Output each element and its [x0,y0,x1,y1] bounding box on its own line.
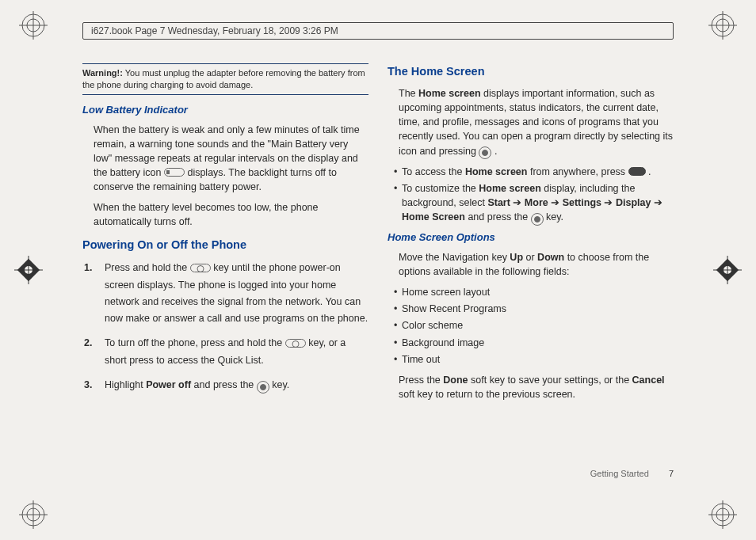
done-cancel: Press the Done soft key to save your set… [399,373,674,401]
reg-mark-circle [708,500,737,529]
reg-mark-circle [19,11,48,40]
step-number: 1. [84,260,92,276]
reg-mark-diamond [14,256,43,284]
heading-home: The Home Screen [388,63,674,80]
battery-icon [164,168,185,177]
ok-key-icon [257,381,269,394]
header-stamp: i627.book Page 7 Wednesday, February 18,… [82,22,674,40]
left-column: Warning!: You must unplug the adapter be… [82,63,368,492]
list-item: 3. Highlight Power off and press the key… [105,377,368,394]
power-key-icon [190,264,211,272]
list-item: Show Recent Programs [394,302,674,316]
warning-text: You must unplug the adapter before remov… [82,68,365,89]
step-number: 2. [84,335,92,352]
reg-mark-diamond [713,256,742,284]
list-item: To access the Home screen from anywhere,… [394,165,674,179]
reg-mark-circle [19,500,48,529]
list-item: Home screen layout [394,285,674,299]
list-item: 1. Press and hold the key until the phon… [105,260,368,327]
warning-box: Warning!: You must unplug the adapter be… [82,63,368,95]
low-batt-p1: When the battery is weak and only a few … [94,123,368,195]
ok-key-icon [479,146,491,159]
step-number: 3. [84,377,92,394]
options-list: Home screen layout Show Recent Programs … [388,285,674,367]
list-item: Background image [394,336,674,350]
heading-low-battery: Low Battery Indicator [82,103,368,118]
list-item: 2. To turn off the phone, press and hold… [105,335,368,369]
home-p1: The Home screen displays important infor… [399,86,674,158]
list-item: Time out [394,352,674,367]
low-batt-p2: When the battery level becomes too low, … [94,200,368,229]
power-key-icon [285,339,306,348]
page-content: Warning!: You must unplug the adapter be… [82,63,674,492]
list-item: Color scheme [394,318,674,333]
opts-intro: Move the Navigation key Up or Down to ch… [399,250,674,279]
home-bullets: To access the Home screen from anywhere,… [388,165,674,225]
heading-power: Powering On or Off the Phone [82,237,368,253]
power-steps: 1. Press and hold the key until the phon… [82,260,368,394]
page-footer: Getting Started 7 [590,469,674,478]
page-number: 7 [669,469,674,478]
ok-key-icon [531,213,544,226]
heading-home-options: Home Screen Options [388,230,674,245]
home-key-icon [628,167,646,176]
right-column: The Home Screen The Home screen displays… [388,63,674,492]
warning-label: Warning!: [82,68,123,78]
footer-section: Getting Started [590,469,649,478]
reg-mark-circle [708,11,737,40]
list-item: To customize the Home screen display, in… [394,181,674,224]
